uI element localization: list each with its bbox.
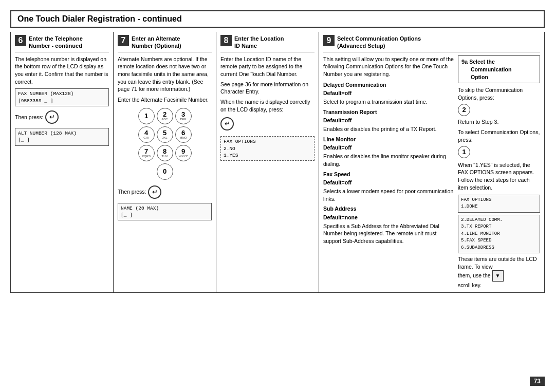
step7-body2: Enter the Alternate Facsimile Number. — [118, 96, 212, 104]
step6-lcd1: FAX NUMBER (MAX128) [9583359 _ ] — [15, 88, 109, 106]
delayed-sub: Default=off — [323, 89, 454, 97]
sub-addr-body: Specifies a Sub Address for the Abbrevia… — [323, 222, 454, 245]
step8-number: 8 — [220, 35, 232, 46]
step8-title: Enter the Location ID Name — [234, 35, 284, 50]
scroll-note: These items are outside the LCD frame. T… — [458, 255, 540, 289]
step6-lcd2: ALT NUMBER (128 MAX) [_ ] — [15, 128, 109, 146]
step8-body2: See page 36 for more information on Char… — [220, 81, 314, 96]
step6-then-press: Then press: ↵ — [15, 109, 109, 125]
page-number: 73 — [530, 377, 545, 386]
fax-speed-body: Selects a lower modem speed for poor com… — [323, 188, 454, 202]
fax-speed-sub: Default=off — [323, 179, 454, 186]
scroll-key-icon: ▼ — [492, 270, 504, 282]
step8-dashed-lcd: FAX OPTIONS 2.NO 1.YES — [220, 136, 314, 161]
page-title: One Touch Dialer Registration - continue… — [10, 10, 545, 28]
line-body: Enables or disables the line monitor spe… — [323, 153, 454, 167]
step9-header: 9 Select Communication Options (Advanced… — [323, 35, 540, 52]
return-step-text: Return to Step 3. — [458, 118, 540, 126]
step8-header: 8 Enter the Location ID Name — [220, 35, 314, 52]
sub-addr-sub: Default=none — [323, 214, 454, 221]
key-4: 4GHI — [138, 126, 155, 143]
step9-body1: This setting will allow you to specify o… — [323, 55, 454, 78]
step8-body1: Enter the Location ID name of the remote… — [220, 55, 314, 78]
step7-number: 7 — [118, 35, 129, 46]
enter-icon-6: ↵ — [45, 110, 59, 124]
step7-then-press: Then press: ↵ — [118, 184, 212, 200]
enter-icon-8: ↵ — [220, 117, 234, 130]
delayed-title: Delayed Communication — [323, 81, 454, 89]
key-8: 8TUV — [157, 145, 173, 161]
key-7: 7PQRS — [138, 145, 155, 161]
tx-title: Transmission Report — [323, 108, 454, 116]
step6-body: The telephone number is displayed on the… — [15, 55, 109, 86]
line-sub: Default=off — [323, 144, 454, 152]
step6-column: 6 Enter the Telephone Number - continued… — [11, 32, 114, 292]
fax-speed-title: Fax Speed — [323, 171, 454, 178]
step9a-select-text: To select Communication Options, press: — [458, 128, 540, 143]
step6-header: 6 Enter the Telephone Number - continued — [15, 35, 109, 52]
tx-sub: Default=off — [323, 117, 454, 124]
circle-1: 1 — [458, 146, 470, 158]
step9a-body2: When "1.YES" is selected, the FAX OPTION… — [458, 161, 540, 192]
step9a-options-lcd: FAX OPTIONS 1.DONE — [458, 195, 540, 213]
key-9: 9WXYZ — [175, 145, 192, 161]
step9a-skip-text: To skip the Communication Options, press… — [458, 86, 540, 101]
step6-number: 6 — [15, 35, 26, 46]
key-3: 3DEF — [175, 108, 192, 124]
key-6: 6MNO — [175, 126, 192, 143]
delayed-body: Select to program a transmission start t… — [323, 98, 454, 106]
step9a-header: 9a Select the Communication Option — [458, 55, 540, 84]
step7-body1: Alternate Numbers are optional. If the r… — [118, 55, 212, 93]
key-2: 2ABC — [157, 108, 173, 124]
line-title: Line Monitor — [323, 136, 454, 143]
step9-number: 9 — [323, 35, 335, 46]
step7-header: 7 Enter an Alternate Number (Optional) — [118, 35, 212, 52]
step8-body3: When the name is displayed correctly on … — [220, 98, 314, 113]
step8-column: 8 Enter the Location ID Name Enter the L… — [216, 32, 319, 292]
step7-column: 7 Enter an Alternate Number (Optional) A… — [114, 32, 216, 292]
key-0: 0 — [157, 163, 173, 180]
key-1: 1 — [138, 108, 155, 124]
step9-column: 9 Select Communication Options (Advanced… — [319, 32, 544, 292]
sub-addr-title: Sub Address — [323, 205, 454, 213]
step7-title: Enter an Alternate Number (Optional) — [132, 35, 181, 50]
enter-icon-7: ↵ — [148, 185, 161, 199]
step6-title: Enter the Telephone Number - continued — [29, 35, 83, 50]
key-5: 5JKL — [157, 126, 173, 143]
step9-title: Select Communication Options (Advanced S… — [337, 35, 421, 50]
tx-body: Enables or disables the printing of a TX… — [323, 125, 454, 133]
keypad: 1 2ABC 3DEF 4GHI 5JKL 6MNO 7PQRS 8TUV 9W… — [138, 108, 192, 180]
circle-2: 2 — [458, 104, 470, 116]
step7-name-lcd: NAME (20 MAX) [_ ] — [118, 203, 212, 221]
step9a-options-lcd2: 2.DELAYED COMM. 3.TX REPORT 4.LINE MONIT… — [458, 215, 540, 254]
